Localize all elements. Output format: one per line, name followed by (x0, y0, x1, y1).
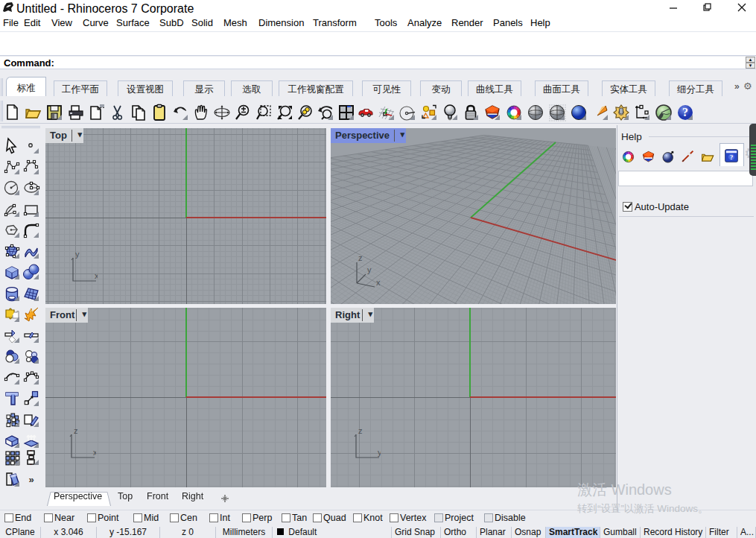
svg-text:z: z (74, 427, 78, 435)
svg-text:z: z (358, 253, 363, 262)
svg-text:x: x (93, 448, 96, 457)
svg-text:»: » (28, 474, 34, 485)
svg-text:?: ? (682, 106, 688, 118)
svg-text:y: y (378, 448, 381, 457)
svg-text:x: x (376, 278, 381, 287)
svg-text:y: y (75, 250, 80, 259)
svg-text:z: z (358, 427, 363, 435)
svg-text:x: x (95, 271, 98, 280)
svg-text:?: ? (730, 154, 734, 161)
svg-text:y: y (367, 265, 372, 274)
